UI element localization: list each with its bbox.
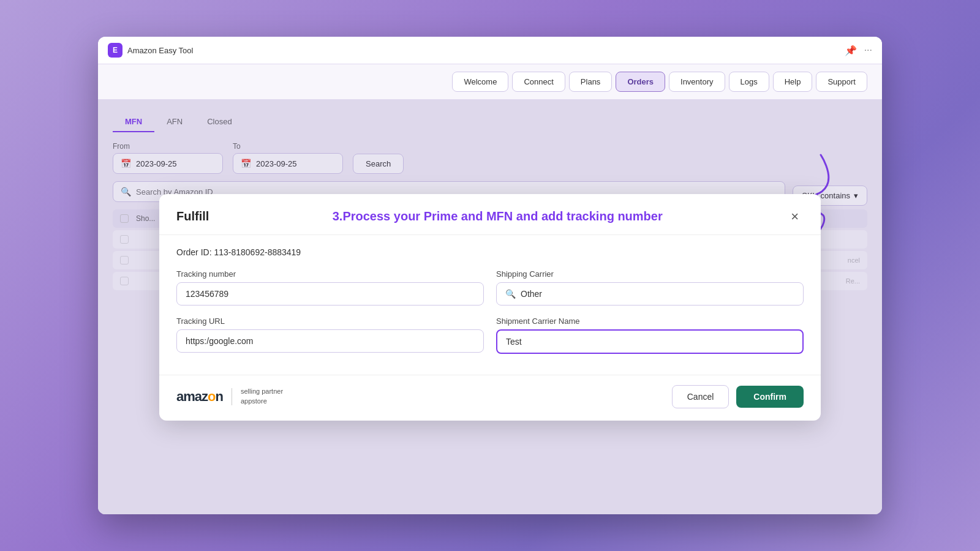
modal-body: Order ID: 113-8180692-8883419 Tracking n… xyxy=(159,235,821,375)
app-title: Amazon Easy Tool xyxy=(127,46,193,55)
shipping-carrier-value: Other xyxy=(521,289,542,299)
title-bar-right: 📌 ··· xyxy=(845,45,872,56)
tracking-number-group: Tracking number xyxy=(176,269,484,305)
title-bar: E Amazon Easy Tool 📌 ··· xyxy=(98,37,882,64)
more-icon[interactable]: ··· xyxy=(864,45,872,56)
nav-plans[interactable]: Plans xyxy=(569,72,612,92)
modal-annotation-text: 3.Process your Prime and MFN and add tra… xyxy=(209,209,786,223)
content-area: MFN AFN Closed From 📅 2023-09-25 To 📅 20… xyxy=(98,100,882,514)
tracking-number-label: Tracking number xyxy=(176,269,484,279)
nav-help[interactable]: Help xyxy=(773,72,813,92)
footer-buttons: Cancel Confirm xyxy=(672,385,804,408)
nav-connect[interactable]: Connect xyxy=(512,72,565,92)
modal-overlay: Fulfill 3.Process your Prime and MFN and… xyxy=(98,100,882,514)
carrier-search-icon: 🔍 xyxy=(505,289,516,299)
nav-logs[interactable]: Logs xyxy=(729,72,769,92)
shipment-carrier-name-label: Shipment Carrier Name xyxy=(496,317,804,326)
form-row-2: Tracking URL Shipment Carrier Name xyxy=(176,317,804,354)
modal-header: Fulfill 3.Process your Prime and MFN and… xyxy=(159,194,821,235)
brand-divider xyxy=(232,388,232,405)
cancel-button[interactable]: Cancel xyxy=(672,385,729,408)
app-icon: E xyxy=(108,43,123,58)
shipping-carrier-label: Shipping Carrier xyxy=(496,269,804,279)
tracking-url-group: Tracking URL xyxy=(176,317,484,354)
amazon-logo: amazon xyxy=(176,389,223,405)
modal-fulfill: Fulfill 3.Process your Prime and MFN and… xyxy=(159,194,821,421)
selling-partner-text: selling partner appstore xyxy=(241,387,283,406)
confirm-button[interactable]: Confirm xyxy=(736,386,804,408)
tracking-number-input[interactable] xyxy=(176,282,484,305)
nav-support[interactable]: Support xyxy=(816,72,867,92)
tracking-url-label: Tracking URL xyxy=(176,317,484,326)
pin-icon[interactable]: 📌 xyxy=(845,45,857,56)
nav-inventory[interactable]: Inventory xyxy=(669,72,725,92)
order-id: Order ID: 113-8180692-8883419 xyxy=(176,247,804,257)
modal-title: Fulfill xyxy=(176,209,209,223)
modal-close-button[interactable]: × xyxy=(786,206,804,227)
modal-footer: amazon selling partner appstore Cancel C… xyxy=(159,375,821,421)
tracking-url-input[interactable] xyxy=(176,329,484,353)
nav-welcome[interactable]: Welcome xyxy=(452,72,508,92)
nav-orders[interactable]: Orders xyxy=(616,72,665,92)
app-window: E Amazon Easy Tool 📌 ··· Welcome Connect… xyxy=(98,37,882,514)
shipping-carrier-group: Shipping Carrier 🔍 Other xyxy=(496,269,804,305)
shipping-carrier-input[interactable]: 🔍 Other xyxy=(496,282,804,305)
form-row-1: Tracking number Shipping Carrier 🔍 Other xyxy=(176,269,804,305)
nav-bar: Welcome Connect Plans Orders Inventory L… xyxy=(98,64,882,100)
shipment-carrier-name-input[interactable] xyxy=(496,329,804,354)
title-bar-left: E Amazon Easy Tool xyxy=(108,43,193,58)
shipment-carrier-name-group: Shipment Carrier Name xyxy=(496,317,804,354)
amazon-brand: amazon selling partner appstore xyxy=(176,387,283,406)
